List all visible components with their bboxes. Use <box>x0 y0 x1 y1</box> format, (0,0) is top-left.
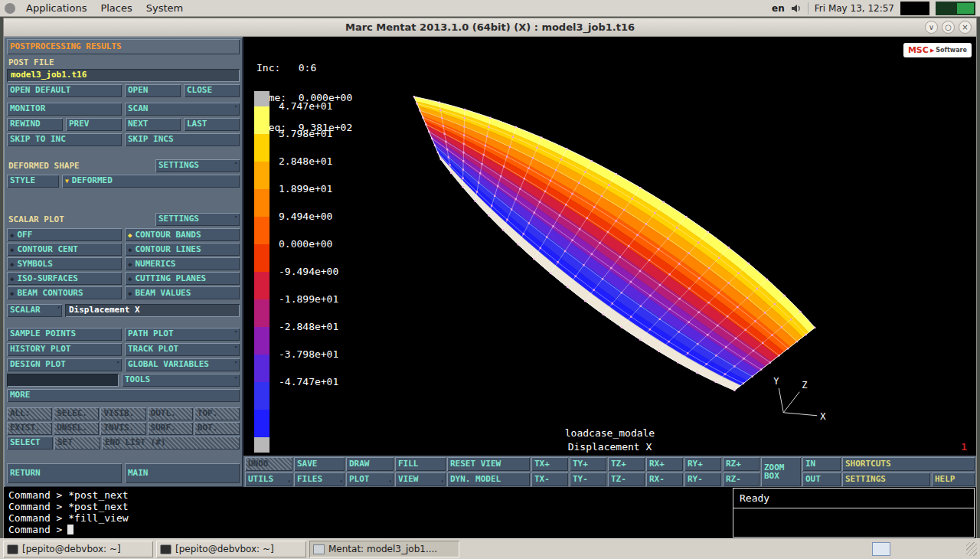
deformed-settings-button[interactable]: SETTINGS▸ <box>155 159 240 172</box>
ty-minus-button[interactable]: TY- <box>570 472 606 486</box>
graphics-viewport[interactable]: X Y Z Inc: 0:6 Time: 0.000e+00 Freq: 9.3… <box>243 37 976 456</box>
open-default-button[interactable]: OPEN DEFAULT <box>7 84 122 97</box>
ry-plus-button[interactable]: RY+ <box>684 457 721 471</box>
clock[interactable]: Fri May 13, 12:57 <box>815 3 894 14</box>
panel-separator <box>808 2 808 15</box>
taskbar-item-terminal-1[interactable]: [pepito@debvbox: ~] <box>3 541 153 557</box>
scalar-select-button[interactable]: SCALAR▾ <box>7 304 62 317</box>
toggle-off[interactable]: ◆OFF <box>7 228 122 241</box>
rx-minus-button[interactable]: RX- <box>646 472 683 486</box>
deformed-style-dropdown[interactable]: ▼DEFORMED <box>62 175 240 188</box>
console-prompt[interactable]: Command > <box>8 524 733 535</box>
window-maximize-button[interactable]: ○ <box>942 21 955 34</box>
scalar-value-field[interactable]: Displacement X <box>65 304 240 317</box>
open-button[interactable]: OPEN <box>125 84 181 97</box>
select-mode-existing: EXIST. <box>7 422 52 435</box>
plot-button[interactable]: PLOT▾ <box>346 472 394 486</box>
rz-minus-button[interactable]: RZ- <box>723 472 760 486</box>
tools-button[interactable]: TOOLS▸ <box>122 374 240 387</box>
rx-plus-button[interactable]: RX+ <box>646 457 683 471</box>
last-button[interactable]: LAST <box>184 118 240 131</box>
toggle-contour-bands[interactable]: ◆CONTOUR BANDS <box>125 228 240 241</box>
rz-plus-button[interactable]: RZ+ <box>723 457 760 471</box>
ry-minus-button[interactable]: RY- <box>684 472 721 486</box>
toggle-beam-values[interactable]: ◆BEAM VALUES <box>125 286 240 299</box>
scalar-settings-button[interactable]: SETTINGS▸ <box>155 213 240 226</box>
design-plot-button[interactable]: DESIGN PLOT▸ <box>7 358 122 371</box>
toggle-contour-lines[interactable]: ◆CONTOUR LINES <box>125 243 240 256</box>
taskbar-item-terminal-2[interactable]: [pepito@debvbox: ~] <box>156 541 306 557</box>
keyboard-layout-indicator[interactable]: en <box>772 3 785 14</box>
close-button[interactable]: CLOSE <box>184 84 240 97</box>
zoom-box-button[interactable]: ZOOM BOX <box>761 457 801 486</box>
next-button[interactable]: NEXT <box>125 118 181 131</box>
save-button[interactable]: SAVE <box>294 457 345 471</box>
settings-button[interactable]: SETTINGS <box>842 472 930 486</box>
tz-minus-button[interactable]: TZ- <box>608 472 645 486</box>
track-plot-button[interactable]: TRACK PLOT▸ <box>125 343 240 356</box>
submenu-arrow-icon: ▸ <box>116 359 120 365</box>
scalar-plot-label: SCALAR PLOT <box>7 214 64 224</box>
sample-points-button[interactable]: SAMPLE POINTS <box>7 328 122 341</box>
toggle-iso-surfaces[interactable]: ◆ISO-SURFACES <box>7 272 122 285</box>
toggle-numerics[interactable]: ◆NUMERICS <box>125 257 240 270</box>
global-variables-button[interactable]: GLOBAL VARIABLES▸ <box>125 358 240 371</box>
post-file-name-field[interactable]: model3_job1.t16 <box>7 69 240 82</box>
utils-button[interactable]: UTILS▾ <box>245 472 292 486</box>
select-mode-outline: OUTL. <box>148 407 193 420</box>
select-button[interactable]: SELECT <box>7 436 53 449</box>
toggle-beam-contours[interactable]: ◆BEAM CONTOURS <box>7 286 122 299</box>
tz-plus-button[interactable]: TZ+ <box>608 457 645 471</box>
reset-view-button[interactable]: RESET VIEW <box>447 457 530 471</box>
files-button[interactable]: FILES▾ <box>294 472 345 486</box>
dyn-model-button[interactable]: DYN. MODEL <box>447 472 530 486</box>
status-box: Ready <box>733 488 975 508</box>
diamond-icon: ◆ <box>128 244 132 256</box>
rewind-button[interactable]: REWIND <box>7 118 63 131</box>
style-button[interactable]: STYLE <box>7 175 59 188</box>
path-plot-button[interactable]: PATH PLOT▸ <box>125 328 240 341</box>
tx-plus-button[interactable]: TX+ <box>531 457 568 471</box>
axis-z-label: Z <box>802 380 807 391</box>
more-button[interactable]: MORE <box>7 389 240 402</box>
tx-minus-button[interactable]: TX- <box>531 472 568 486</box>
command-console[interactable]: Command > *post_next Command > *post_nex… <box>4 487 733 539</box>
prev-button[interactable]: PREV <box>66 118 122 131</box>
ty-plus-button[interactable]: TY+ <box>570 457 606 471</box>
monitor-button[interactable]: MONITOR <box>7 103 122 116</box>
menu-applications[interactable]: Applications <box>20 0 93 17</box>
shortcuts-button[interactable]: SHORTCUTS <box>842 457 975 471</box>
zoom-in-button[interactable]: IN <box>802 457 841 471</box>
window-close-button[interactable]: × <box>959 21 972 34</box>
menu-system[interactable]: System <box>140 0 189 17</box>
history-plot-button[interactable]: HISTORY PLOT <box>7 343 122 356</box>
zoom-out-button[interactable]: OUT <box>802 472 841 486</box>
draw-button[interactable]: DRAW <box>346 457 394 471</box>
skip-incs-button[interactable]: SKIP INCS <box>125 133 240 146</box>
fill-button[interactable]: FILL <box>395 457 446 471</box>
taskbar-item-mentat[interactable]: Mentat: model3_job1.... <box>309 541 459 557</box>
page-title: POSTPROCESSING RESULTS <box>7 39 240 54</box>
workspace-switcher[interactable] <box>872 542 890 556</box>
window-titlebar[interactable]: Marc Mentat 2013.1.0 (64bit) (X) : model… <box>4 18 976 37</box>
legend-values: 4.747e+01 3.798e+01 2.848e+01 1.899e+01 … <box>279 93 338 396</box>
submenu-arrow-icon: ▾ <box>57 305 60 311</box>
volume-icon[interactable] <box>791 3 802 14</box>
text-cursor-icon <box>67 525 74 534</box>
view-button[interactable]: VIEW▾ <box>395 472 446 486</box>
skip-to-inc-button[interactable]: SKIP TO INC <box>7 133 122 146</box>
window-minimize-button[interactable]: ∨ <box>925 21 938 34</box>
toggle-symbols[interactable]: ◆SYMBOLS <box>7 257 122 270</box>
msc-software-text: Software <box>936 47 967 54</box>
scan-button[interactable]: SCAN▸ <box>125 103 240 116</box>
terminal-applet[interactable] <box>900 2 929 15</box>
system-monitor-applet[interactable] <box>936 2 975 15</box>
legend-band <box>254 217 270 244</box>
toggle-contour-cent[interactable]: ◆CONTOUR CENT <box>7 243 122 256</box>
toggle-cutting-planes[interactable]: ◆CUTTING PLANES <box>125 272 240 285</box>
menu-places[interactable]: Places <box>94 0 138 17</box>
help-button[interactable]: HELP <box>932 472 975 486</box>
axis-y-label: Y <box>773 376 779 387</box>
return-button[interactable]: RETURN <box>7 463 122 483</box>
main-button[interactable]: MAIN <box>125 463 240 483</box>
